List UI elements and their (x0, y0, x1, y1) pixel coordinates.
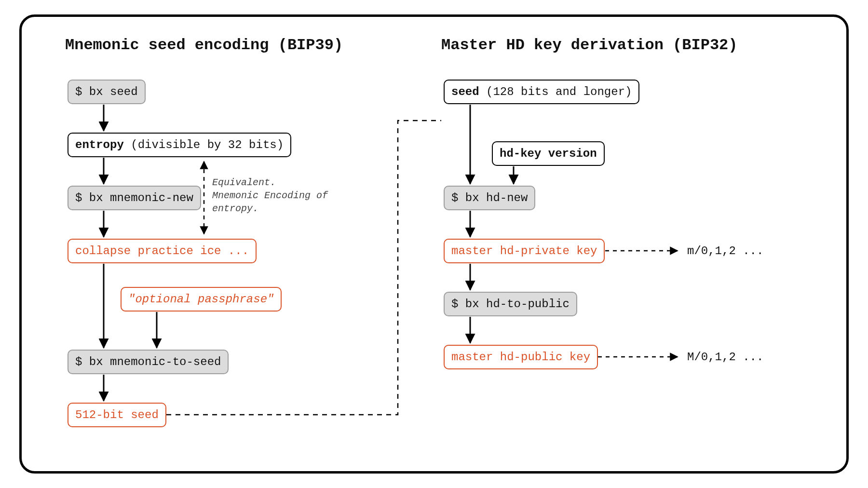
dashed-route-512seed-to-seed (166, 121, 441, 415)
connectors (22, 17, 846, 471)
diagram-frame: Mnemonic seed encoding (BIP39) Master HD… (19, 14, 849, 474)
